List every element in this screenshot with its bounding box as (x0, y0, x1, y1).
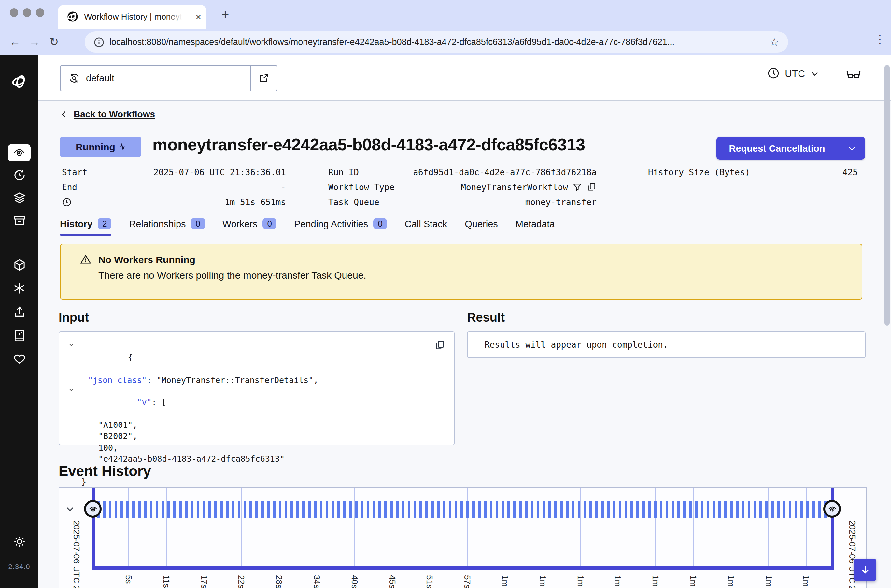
timeline-gridlines (128, 488, 833, 566)
request-cancellation-button[interactable]: Request Cancellation (717, 137, 865, 159)
temporal-favicon (67, 11, 78, 22)
detail-task-queue: Task Queue money-transfer (328, 195, 597, 210)
sidebar-item-schedules[interactable] (0, 169, 38, 182)
sidebar-item-batch-operations[interactable] (0, 214, 38, 227)
copy-input-button[interactable] (434, 340, 446, 351)
window-minimize-button[interactable] (23, 9, 31, 17)
window-zoom-button[interactable] (36, 9, 44, 17)
tab-relationships-count: 0 (191, 218, 205, 229)
cancellation-dropdown-button[interactable] (838, 137, 865, 159)
browser-tab[interactable]: Workflow History | moneytran × (58, 4, 207, 28)
site-info-icon[interactable] (94, 37, 104, 47)
tab-pending-activities[interactable]: Pending Activities0 (294, 218, 387, 236)
workflow-start-marker[interactable] (84, 500, 102, 518)
workflow-eye-icon (88, 504, 98, 513)
clock-icon (767, 67, 780, 80)
sidebar-item-workflows[interactable] (8, 144, 31, 162)
tab-pending-activities-count: 0 (373, 218, 387, 229)
tab-call-stack[interactable]: Call Stack (405, 219, 447, 236)
axis-tick: 1m (575, 575, 585, 587)
result-placeholder: Results will appear upon completion. (468, 332, 865, 350)
tabs-divider (60, 240, 866, 240)
back-to-workflows-link[interactable]: Back to Workflows (60, 109, 155, 119)
axis-tick: 1m (688, 575, 698, 587)
collapse-chevron-icon[interactable] (68, 342, 74, 348)
sidebar-item-nexus[interactable] (0, 282, 38, 294)
copy-icon[interactable] (587, 182, 597, 192)
axis-tick: 40s (350, 575, 360, 588)
axis-tick: 17s (199, 575, 209, 588)
tab-close-icon[interactable]: × (195, 12, 201, 21)
tab-relationships[interactable]: Relationships0 (129, 218, 205, 236)
tab-metadata[interactable]: Metadata (516, 219, 555, 236)
tab-history[interactable]: History2 (60, 218, 111, 236)
warning-message: There are no Workers polling the money-t… (98, 270, 849, 280)
back-icon[interactable]: ← (5, 36, 25, 48)
app-version: 2.34.0 (0, 562, 38, 570)
axis-tick: 51s (425, 575, 435, 588)
duration-clock-icon (62, 197, 72, 207)
namespace-selector[interactable]: default (60, 65, 278, 91)
temporal-logo[interactable] (0, 73, 38, 90)
status-badge: Running (60, 137, 141, 157)
url-bar[interactable]: localhost:8080/namespaces/default/workfl… (85, 31, 788, 53)
sidebar-item-docs[interactable] (0, 329, 38, 342)
sidebar-item-import[interactable] (0, 305, 38, 318)
axis-tick: 1m (764, 575, 773, 587)
labs-glasses-icon[interactable] (846, 68, 861, 80)
tab-title: Workflow History | moneytran (84, 12, 182, 21)
download-history-button[interactable] (854, 559, 876, 581)
workflow-tabs: History2 Relationships0 Workers0 Pending… (60, 218, 555, 236)
workflow-type-link[interactable]: MoneyTransferWorkflow (461, 182, 568, 192)
tab-queries[interactable]: Queries (465, 219, 498, 236)
axis-tick: 5s (124, 575, 134, 584)
timeline-collapse-chevron-icon[interactable] (65, 504, 75, 514)
result-heading: Result (467, 310, 505, 325)
timeline-event-band (97, 501, 830, 518)
axis-tick: 1m (801, 575, 811, 587)
forward-icon[interactable]: → (25, 36, 44, 48)
namespace-selector-main[interactable]: default (61, 66, 250, 90)
sidebar-item-namespaces[interactable] (0, 258, 38, 272)
menu-kebab-icon[interactable]: ⋮ (870, 33, 890, 46)
detail-duration: 1m 51s 651ms (62, 195, 286, 210)
sidebar-item-deployments[interactable] (0, 192, 38, 204)
detail-workflow-type: Workflow Type MoneyTransferWorkflow (328, 180, 597, 195)
task-queue-link[interactable]: money-transfer (525, 197, 597, 207)
event-history-timeline[interactable]: 2025-07-06 UTC 2 2025-07-06 UTC 2 5s 11s… (58, 487, 867, 588)
workflow-title: moneytransfer-e4242aa5-b08d-4183-a472-df… (152, 135, 585, 155)
axis-tick: 1m (613, 575, 623, 587)
timezone-selector[interactable]: UTC (767, 67, 819, 80)
theme-toggle-sun-icon[interactable] (0, 535, 38, 548)
namespace-icon (68, 72, 80, 84)
sidebar-item-feedback[interactable] (0, 352, 38, 365)
app-header: default UTC (38, 56, 891, 101)
result-panel: Results will appear upon completion. (467, 332, 866, 358)
url-text[interactable]: localhost:8080/namespaces/default/workfl… (110, 37, 770, 47)
workflow-eye-icon (828, 504, 837, 513)
axis-tick: 1m (500, 575, 510, 587)
axis-tick: 1m (726, 575, 736, 587)
detail-history-size: History Size (Bytes)425 (648, 165, 858, 180)
input-heading: Input (58, 310, 89, 325)
chevron-down-icon (810, 69, 819, 78)
bookmark-star-icon[interactable]: ☆ (770, 36, 779, 48)
axis-tick: 45s (387, 575, 397, 588)
tab-workers[interactable]: Workers0 (222, 218, 276, 236)
axis-tick: 57s (462, 575, 472, 588)
axis-tick: 28s (274, 575, 284, 588)
detail-end: End- (62, 180, 286, 195)
detail-run-id: Run IDa6fd95d1-da0c-4d2e-a77c-786f3d7621… (328, 165, 597, 180)
page-scrollbar[interactable] (885, 65, 890, 326)
tab-strip: Workflow History | moneytran × + (0, 0, 891, 28)
axis-tick: 22s (237, 575, 246, 588)
warning-title: No Workers Running (98, 254, 195, 265)
filter-icon[interactable] (573, 182, 582, 192)
window-close-button[interactable] (10, 9, 18, 17)
new-tab-button[interactable]: + (222, 7, 229, 22)
namespace-name: default (86, 73, 114, 83)
collapse-chevron-icon[interactable] (68, 387, 74, 393)
workflow-end-marker[interactable] (823, 500, 841, 518)
namespace-external-link-button[interactable] (250, 66, 277, 90)
reload-icon[interactable]: ↻ (44, 35, 64, 49)
